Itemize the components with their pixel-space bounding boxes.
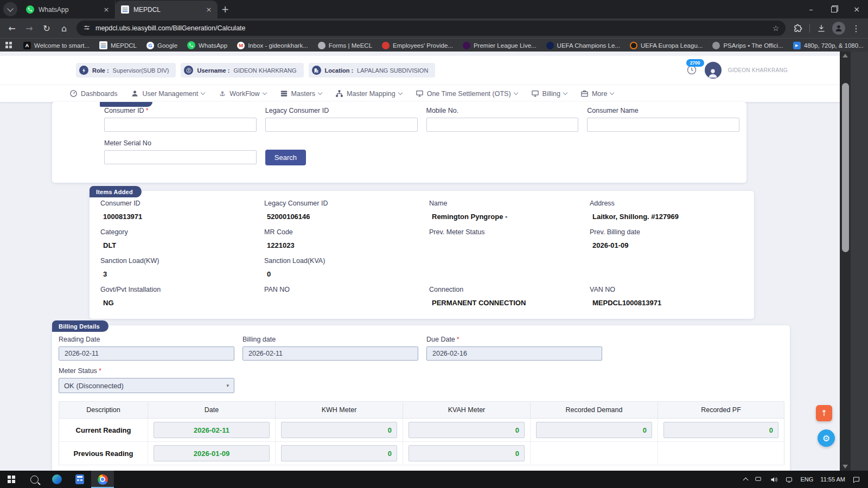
nav-item-master-mapping[interactable]: Master Mapping: [335, 89, 402, 98]
nav-item-dashboards[interactable]: Dashboards: [69, 89, 117, 98]
role-icon: [79, 66, 88, 75]
bookmark-uel[interactable]: UEFA Europa Leagu...: [625, 42, 707, 49]
detail-cell: CategoryDLT: [100, 228, 264, 249]
column-header: Recorded Demand: [531, 402, 658, 419]
volume-icon[interactable]: [770, 476, 778, 484]
start-button[interactable]: [0, 471, 23, 488]
address-bar[interactable]: mepdcl.ubs.ieasybill.com/BillGeneration/…: [76, 21, 786, 36]
tray-expand-icon[interactable]: [743, 478, 749, 483]
restore-button[interactable]: [822, 0, 845, 18]
extensions-button[interactable]: [790, 20, 806, 36]
bookmark-inbox[interactable]: MInbox - gideonkhark...: [232, 42, 313, 49]
bookmark-premier-league[interactable]: Premier League Live...: [458, 42, 541, 49]
current-reading-date-input[interactable]: 2026-02-11: [154, 422, 270, 438]
due-date-input[interactable]: [426, 346, 602, 361]
search-button[interactable]: Search: [265, 150, 306, 165]
cast-icon[interactable]: [785, 476, 793, 484]
home-button[interactable]: ⌂: [56, 20, 72, 36]
bookmark-psarips[interactable]: PSArips • The Offici...: [707, 42, 788, 49]
downloads-button[interactable]: [813, 20, 829, 36]
mobile-no-input[interactable]: [426, 118, 579, 132]
taskbar-search-button[interactable]: [23, 471, 46, 488]
apps-grid-icon[interactable]: [5, 42, 12, 49]
bookmark-label: Google: [157, 42, 177, 49]
tab-mepdcl[interactable]: MEPDCL ×: [116, 1, 218, 18]
consumer-details-card: Items Added Consumer ID1000813971 Legacy…: [90, 191, 754, 319]
calculator-taskbar-button[interactable]: [68, 471, 91, 488]
scrollbar-down-arrow[interactable]: [843, 465, 848, 468]
meter-status-select[interactable]: OK (Disconnected) ▾: [59, 378, 234, 393]
nav-item-more[interactable]: More: [580, 89, 614, 98]
current-kvah-input[interactable]: 0: [409, 422, 525, 438]
new-tab-button[interactable]: +: [218, 2, 233, 17]
session-timer[interactable]: 2700: [686, 65, 698, 76]
bookmark-welcome[interactable]: AWelcome to smart...: [18, 42, 94, 49]
back-button[interactable]: ←: [4, 20, 20, 36]
close-tab-icon[interactable]: ×: [102, 5, 111, 14]
previous-kwh-input[interactable]: 0: [281, 445, 397, 461]
bookmark-star-icon[interactable]: ☆: [769, 22, 782, 35]
bookmark-whatsapp[interactable]: WhatsApp: [182, 41, 232, 49]
nav-item-ots[interactable]: One Time Settlement (OTS): [416, 89, 518, 98]
notification-center-icon[interactable]: [852, 476, 860, 484]
empty-cell: [531, 442, 658, 465]
nav-item-workflow[interactable]: ⚓ WorkFlow: [218, 89, 266, 98]
nav-item-billing[interactable]: Billing: [531, 89, 567, 98]
meter-serial-input[interactable]: [104, 150, 257, 164]
tab-whatsapp[interactable]: WhatsApp ×: [21, 1, 116, 18]
current-kwh-input[interactable]: 0: [281, 422, 397, 438]
language-indicator[interactable]: ENG: [800, 476, 813, 483]
bookmark-video[interactable]: ▶480p, 720p, & 1080...: [788, 42, 868, 49]
previous-reading-date-input[interactable]: 2026-01-09: [154, 445, 270, 461]
detail-label: [429, 257, 590, 265]
window-controls: – ×: [800, 0, 868, 18]
column-header: Date: [148, 402, 276, 419]
app-header: Role : Supervisor(SUB DIV) Username : GI…: [0, 56, 840, 85]
current-demand-input[interactable]: 0: [536, 422, 652, 438]
role-label: Role :: [92, 67, 109, 74]
bookmark-epf[interactable]: Employees' Provide...: [377, 42, 458, 49]
profile-button[interactable]: [831, 20, 847, 36]
scrollbar-thumb[interactable]: [842, 83, 849, 252]
tab-search-button[interactable]: [3, 2, 17, 16]
consumer-search-card: Consumer ID* Legacy Consumer ID Mobile N…: [52, 102, 746, 183]
close-tab-icon[interactable]: ×: [205, 5, 213, 14]
site-settings-icon[interactable]: [83, 24, 91, 33]
chrome-taskbar-button[interactable]: [91, 471, 114, 488]
reading-date-input[interactable]: [59, 346, 234, 361]
clock-time[interactable]: 11:55 AM: [820, 476, 845, 483]
consumer-name-input[interactable]: [587, 118, 739, 132]
main-nav: Dashboards User Management ⚓ WorkFlow Ma…: [0, 85, 840, 102]
nav-item-user-management[interactable]: User Management: [131, 89, 205, 98]
avatar[interactable]: [705, 62, 722, 79]
bookmark-google[interactable]: GGoogle: [142, 42, 182, 49]
forward-button[interactable]: →: [21, 20, 37, 36]
field-label: Billing date: [242, 336, 418, 343]
bookmark-label: Inbox - gideonkhark...: [248, 42, 308, 49]
nav-item-masters[interactable]: Masters: [280, 89, 322, 98]
bookmark-ucl[interactable]: UEFA Champions Le...: [541, 42, 625, 49]
network-icon[interactable]: [755, 476, 763, 484]
bookmark-forms[interactable]: Forms | MeECL: [313, 42, 377, 49]
scrollbar-up-arrow[interactable]: [843, 54, 848, 57]
bookmark-favicon: [546, 42, 554, 49]
billing-date-input[interactable]: [242, 346, 418, 361]
person-icon: [131, 89, 139, 98]
scroll-to-top-button[interactable]: ↑: [816, 405, 832, 421]
close-window-button[interactable]: ×: [845, 0, 868, 18]
legacy-consumer-id-input[interactable]: [265, 118, 418, 132]
previous-kvah-input[interactable]: 0: [409, 445, 525, 461]
settings-fab-button[interactable]: ⚙: [818, 429, 835, 447]
current-pf-input[interactable]: 0: [663, 422, 778, 438]
edge-taskbar-button[interactable]: [46, 471, 68, 488]
browser-menu-button[interactable]: ⋮: [848, 20, 864, 36]
bookmark-mepdcl[interactable]: MEPDCL: [94, 41, 142, 49]
chevron-down-icon: [610, 91, 614, 95]
bookmark-label: UEFA Europa Leagu...: [641, 42, 703, 49]
page-scrollbar[interactable]: [840, 52, 851, 471]
consumer-id-input[interactable]: [104, 118, 257, 132]
detail-cell: Prev. Billing date2026-01-09: [590, 228, 743, 249]
minimize-button[interactable]: –: [800, 0, 822, 18]
field-label: Mobile No.: [426, 107, 579, 114]
reload-button[interactable]: ↻: [39, 20, 55, 36]
